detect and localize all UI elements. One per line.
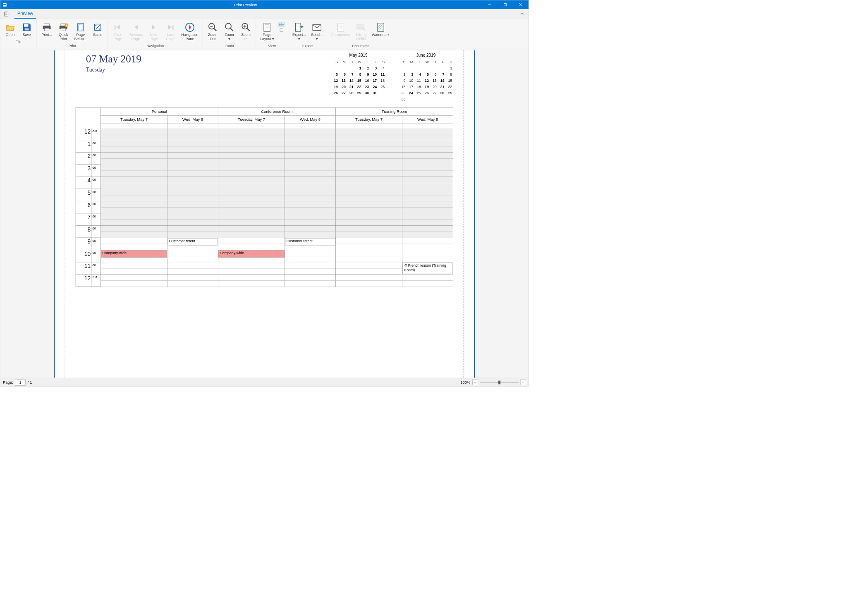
collapse-ribbon-icon[interactable] — [518, 11, 526, 17]
document-area[interactable]: 07 May 2019 Tuesday May 2019 SMTWTFS1234… — [0, 49, 529, 377]
zoom-button[interactable]: Zoom ▾ — [222, 21, 237, 42]
page-input[interactable] — [15, 379, 26, 385]
day-header: Wed, May 8 — [402, 115, 453, 123]
quick-print-button[interactable]: Quick Print — [56, 21, 71, 42]
next-page-button: Next Page — [146, 21, 161, 42]
svg-line-28 — [214, 28, 216, 31]
printer-quick-icon — [58, 22, 69, 33]
status-bar: Page: / 1 100% − + — [0, 378, 529, 387]
svg-point-25 — [189, 27, 191, 28]
scale-icon — [93, 22, 103, 33]
day-header: Wed, May 8 — [167, 115, 218, 123]
page-layout-button[interactable]: Page Layout ▾ — [258, 21, 275, 42]
zoom-icon — [224, 22, 234, 33]
svg-rect-39 — [279, 23, 281, 24]
svg-rect-48 — [357, 24, 364, 26]
watermark-button[interactable]: Watermark — [370, 21, 391, 42]
svg-rect-52 — [378, 25, 383, 30]
ribbon-group-navigation: First Page Previous Page Next Page Last … — [108, 19, 203, 49]
svg-rect-14 — [44, 28, 49, 31]
ribbon-group-zoom: Zoom Out Zoom ▾ Zoom In Zoom — [203, 19, 256, 49]
room-header-conference: Conference Room — [218, 107, 335, 115]
svg-line-34 — [247, 28, 249, 31]
page-label: Page: — [3, 380, 13, 384]
open-button[interactable]: Open — [3, 21, 17, 38]
page-title-date: 07 May 2019 — [86, 53, 323, 65]
save-button[interactable]: Save — [19, 21, 34, 38]
svg-rect-6 — [5, 12, 8, 16]
zoom-plus-button[interactable]: + — [520, 380, 526, 385]
close-button[interactable] — [513, 0, 529, 9]
printer-icon — [41, 22, 52, 33]
svg-rect-23 — [172, 25, 174, 29]
view-option-2-icon[interactable] — [277, 28, 285, 33]
export-icon — [294, 22, 304, 33]
zoom-slider[interactable] — [480, 382, 519, 383]
parameters-icon: ? — [336, 22, 345, 33]
page-preview: 07 May 2019 Tuesday May 2019 SMTWTFS1234… — [54, 50, 475, 378]
ribbon-group-view: Page Layout ▾ View — [256, 19, 288, 49]
svg-rect-42 — [282, 25, 284, 26]
scale-button[interactable]: Scale — [91, 21, 105, 42]
mini-calendar-june: June 2019 SMTWTFS12345678910111213141516… — [399, 53, 453, 102]
tab-preview[interactable]: Preview — [14, 10, 36, 19]
page-layout-icon — [262, 22, 272, 33]
total-pages: / 1 — [28, 380, 32, 384]
export-button[interactable]: Export... ▾ — [291, 21, 307, 42]
event-company-wide: Company-wide — [218, 251, 284, 258]
ribbon: Open Save File Print... Quick Print — [0, 19, 529, 49]
app-icon — [0, 0, 9, 9]
previous-page-button: Previous Page — [127, 21, 144, 42]
send-button[interactable]: Send... ▾ — [310, 21, 324, 42]
editing-fields-button: Editing Fields — [354, 21, 368, 42]
svg-rect-10 — [24, 24, 28, 26]
envelope-icon — [312, 22, 322, 33]
ribbon-group-print: Print... Quick Print Page Setup... Scale… — [37, 19, 108, 49]
ribbon-group-file: Open Save File — [0, 19, 37, 49]
svg-rect-3 — [504, 3, 507, 6]
svg-rect-12 — [44, 24, 50, 26]
day-header: Tuesday, May 7 — [218, 115, 285, 123]
page-setup-button[interactable]: Page Setup... — [73, 21, 89, 42]
svg-line-30 — [230, 28, 233, 31]
view-option-1-icon[interactable] — [277, 22, 285, 27]
svg-rect-22 — [115, 25, 116, 29]
schedule-table: Personal Conference Room Training Room T… — [76, 107, 453, 287]
first-page-button: First Page — [110, 21, 125, 42]
event-customer-retention: Customer retent — [285, 238, 335, 246]
editing-fields-icon — [356, 22, 366, 33]
svg-rect-1 — [3, 4, 6, 5]
menu-dropdown-icon[interactable] — [2, 10, 11, 18]
ribbon-group-export: Export... ▾ Send... ▾ Export — [288, 19, 327, 49]
svg-rect-44 — [296, 23, 301, 31]
prev-page-icon — [132, 22, 140, 33]
room-header-training: Training Room — [335, 107, 453, 115]
last-page-button: Last Page — [163, 21, 177, 42]
page-title-weekday: Tuesday — [86, 66, 323, 73]
minimize-button[interactable] — [482, 0, 498, 9]
last-page-icon — [165, 22, 175, 33]
folder-open-icon — [5, 22, 15, 33]
tab-row: Preview — [0, 9, 529, 19]
svg-rect-17 — [61, 28, 66, 31]
svg-rect-41 — [279, 25, 281, 26]
titlebar: Print Preview — [0, 0, 529, 9]
zoom-in-button[interactable]: Zoom In — [239, 21, 253, 42]
window-title: Print Preview — [9, 2, 482, 7]
first-page-icon — [113, 22, 122, 33]
maximize-button[interactable] — [498, 0, 513, 9]
event-french-lesson: ⟲ French lesson (Training Room) — [403, 263, 453, 274]
zoom-percent: 100% — [460, 380, 470, 384]
zoom-out-button[interactable]: Zoom Out — [206, 21, 220, 42]
svg-rect-43 — [280, 29, 283, 32]
svg-point-29 — [225, 24, 231, 29]
event-customer-retention: Customer retent — [168, 238, 218, 246]
zoom-minus-button[interactable]: − — [472, 380, 478, 385]
watermark-icon — [376, 22, 385, 33]
navigation-pane-button[interactable]: Navigation Pane — [179, 21, 200, 42]
print-button[interactable]: Print... — [39, 21, 54, 42]
svg-rect-40 — [282, 23, 284, 24]
day-header: Wed, May 8 — [285, 115, 336, 123]
room-header-personal: Personal — [100, 107, 218, 115]
zoom-in-icon — [241, 22, 251, 33]
